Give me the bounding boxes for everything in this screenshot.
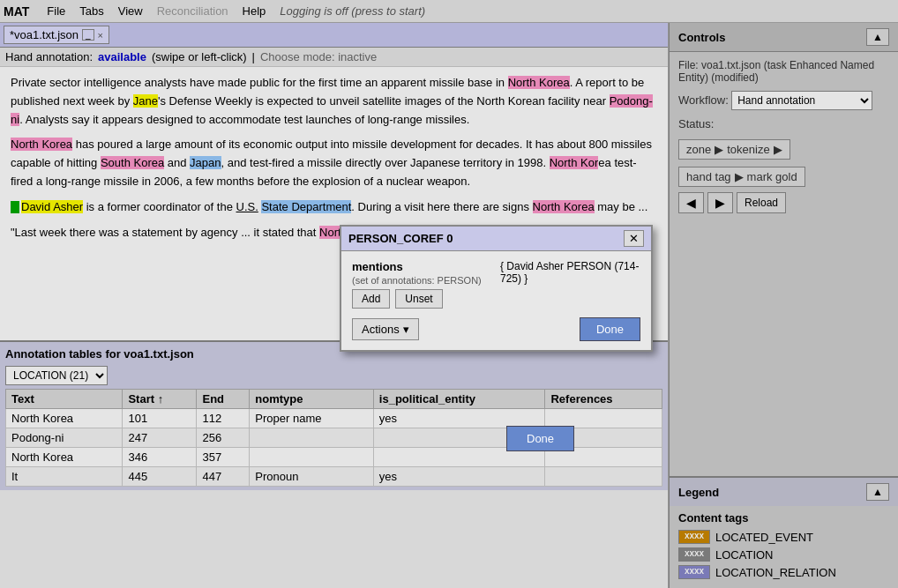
modal-unset-btn[interactable]: Unset <box>395 289 442 309</box>
modal-body: mentions (set of annotations: PERSON) Ad… <box>341 251 651 350</box>
modal-done-btn[interactable]: Done <box>580 317 640 341</box>
modal-left-col: mentions (set of annotations: PERSON) Ad… <box>352 260 493 309</box>
actions-label: Actions <box>362 323 400 336</box>
modal-mentions-row: mentions (set of annotations: PERSON) Ad… <box>352 260 640 309</box>
modal-close-btn[interactable]: ✕ <box>624 230 644 247</box>
modal-overlay: PERSON_COREF 0 ✕ mentions (set of annota… <box>0 0 898 588</box>
person-coref-dialog: PERSON_COREF 0 ✕ mentions (set of annota… <box>340 225 653 352</box>
mentions-sub: (set of annotations: PERSON) <box>352 275 493 286</box>
actions-chevron-icon: ▾ <box>403 323 409 336</box>
mentions-value: { David Asher PERSON (714-725) } <box>500 260 640 285</box>
mentions-title: mentions <box>352 260 493 273</box>
modal-actions-row: Actions ▾ Done <box>352 317 640 341</box>
actions-dropdown-btn[interactable]: Actions ▾ <box>352 318 419 340</box>
modal-title: PERSON_COREF 0 <box>348 232 453 245</box>
modal-right-col: { David Asher PERSON (714-725) } <box>500 260 640 309</box>
outer-done-btn[interactable]: Done <box>506 426 574 451</box>
modal-add-unset-btns: Add Unset <box>352 289 493 309</box>
modal-title-bar: PERSON_COREF 0 ✕ <box>341 227 651 251</box>
modal-add-btn[interactable]: Add <box>352 289 390 309</box>
